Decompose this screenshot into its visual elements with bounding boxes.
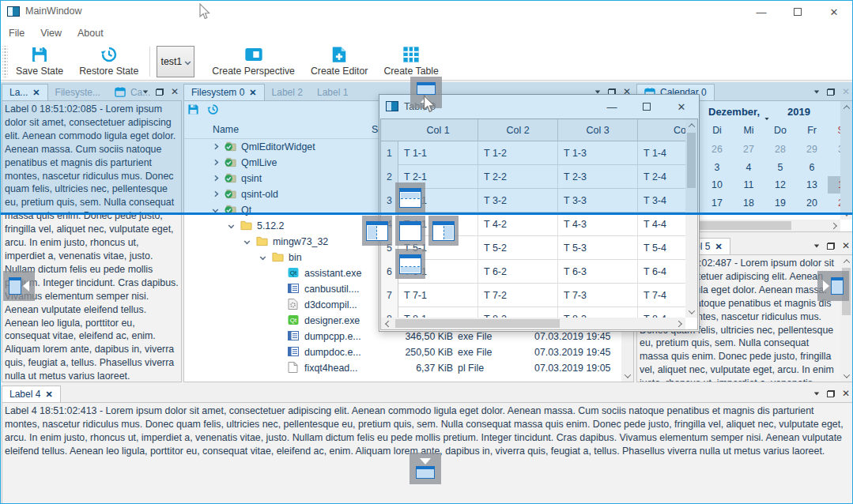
maximize-button[interactable] — [629, 95, 664, 118]
calendar-date[interactable]: 27 — [733, 141, 764, 158]
tab-menu-icon[interactable] — [595, 90, 600, 93]
expander-down-icon[interactable] — [260, 254, 266, 261]
calendar-date[interactable]: 12 — [764, 176, 796, 194]
calendar-date[interactable]: 13 — [796, 176, 828, 194]
row-number[interactable]: 1 — [381, 141, 398, 165]
tab-label-1[interactable]: Label 1 — [310, 84, 355, 100]
maximize-button[interactable] — [779, 1, 816, 23]
tab-menu-icon[interactable] — [814, 392, 819, 395]
save-state-button[interactable]: Save State — [8, 44, 71, 79]
tab-label-2[interactable]: Label 2 — [265, 84, 310, 100]
drop-left-indicator[interactable] — [362, 216, 392, 246]
row-number[interactable]: 8 — [381, 307, 398, 318]
table-cell[interactable]: T 3-2 — [478, 189, 558, 213]
calendar-date[interactable]: 29 — [796, 141, 828, 158]
table-cell[interactable]: T 6-3 — [558, 260, 638, 284]
table-col-header[interactable]: Col 1 — [398, 119, 478, 141]
expander-right-icon[interactable] — [213, 175, 219, 182]
calendar-vscrollbar[interactable] — [840, 101, 852, 220]
toolbar-drag-handle[interactable] — [2, 46, 8, 77]
close-button[interactable]: ✕ — [664, 95, 699, 118]
table-col-header[interactable]: Col 3 — [558, 119, 638, 141]
table-cell[interactable]: T 5-4 — [638, 236, 685, 260]
expander-down-icon[interactable] — [213, 207, 219, 213]
table-cell[interactable]: T 4-3 — [558, 213, 638, 236]
close-button[interactable]: ✕ — [816, 1, 852, 23]
tab-menu-icon[interactable] — [814, 90, 819, 93]
table-cell[interactable]: T 8-3 — [558, 307, 638, 318]
float-icon[interactable] — [827, 390, 835, 397]
calendar-date[interactable]: 20 — [796, 194, 828, 212]
table-hscrollbar[interactable] — [381, 318, 685, 329]
table-cell[interactable]: T 1-4 — [638, 141, 685, 165]
month-dropdown-icon[interactable] — [764, 118, 768, 120]
table-cell[interactable]: T 7-4 — [638, 284, 685, 307]
calendar-date[interactable]: 18 — [733, 194, 764, 212]
menu-item-view[interactable]: View — [32, 24, 70, 42]
drop-right-edge-indicator[interactable] — [817, 271, 849, 301]
close-icon[interactable]: ✕ — [842, 240, 850, 251]
tab-close-icon[interactable]: ✕ — [715, 242, 722, 252]
calendar-year[interactable]: 2019 — [787, 106, 810, 118]
drop-bottom-edge-indicator[interactable] — [410, 453, 441, 484]
tab-menu-icon[interactable] — [814, 244, 819, 247]
calendar-date[interactable]: 19 — [764, 194, 796, 212]
table-cell[interactable]: T 7-3 — [558, 284, 638, 307]
drop-left-edge-indicator[interactable] — [3, 271, 35, 301]
drop-center-indicator[interactable] — [395, 216, 425, 246]
create-perspective-button[interactable]: Create Perspective — [204, 44, 303, 79]
table-cell[interactable]: T 5-3 — [558, 236, 638, 260]
calendar-month[interactable]: Dezember, — [708, 106, 760, 118]
drop-bottom-indicator[interactable] — [395, 249, 425, 279]
table-cell[interactable]: T 2-4 — [638, 165, 685, 189]
tab-close-icon[interactable]: ✕ — [45, 389, 52, 400]
menu-item-about[interactable]: About — [70, 24, 111, 42]
table-cell[interactable]: T 8-4 — [638, 307, 685, 318]
tab-label-4[interactable]: Label 4✕ — [2, 386, 61, 402]
table-cell[interactable]: T 2-3 — [558, 165, 638, 189]
table-cell[interactable]: T 7-1 — [398, 284, 478, 307]
float-icon[interactable] — [156, 88, 164, 96]
table-cell[interactable]: T 3-4 — [638, 189, 685, 213]
table-cell[interactable]: T 5-2 — [478, 236, 558, 260]
drop-right-indicator[interactable] — [428, 216, 459, 246]
calendar-date[interactable]: 26 — [701, 141, 733, 158]
restore-state-button[interactable]: Restore State — [71, 44, 146, 79]
tab-filesyste-[interactable]: Filesyste... — [48, 84, 108, 100]
calendar-date[interactable]: 5 — [764, 159, 796, 176]
tree-row[interactable]: fixqt4head...6,37 KiBpl File07.03.2019 1… — [184, 360, 621, 376]
close-icon[interactable]: ✕ — [171, 86, 179, 97]
tab-la-[interactable]: La...✕ — [2, 84, 48, 100]
expander-right-icon[interactable] — [213, 191, 219, 197]
calendar-date[interactable]: 11 — [733, 176, 764, 194]
tab-close-icon[interactable]: ✕ — [249, 88, 256, 98]
tab-menu-icon[interactable] — [143, 90, 148, 93]
save-icon[interactable] — [187, 103, 199, 115]
table-cell[interactable]: T 8-2 — [478, 307, 558, 318]
minimize-button[interactable]: — — [594, 95, 629, 118]
expander-right-icon[interactable] — [213, 160, 219, 166]
calendar-date[interactable]: 6 — [796, 159, 828, 176]
title-bar[interactable]: MainWindow — ✕ — [1, 1, 852, 23]
expander-right-icon[interactable] — [213, 144, 219, 150]
row-number[interactable]: 7 — [381, 284, 398, 307]
float-icon[interactable] — [827, 88, 835, 96]
expander-down-icon[interactable] — [244, 239, 251, 245]
float-icon[interactable] — [827, 243, 835, 250]
table-cell[interactable]: T 1-1 — [398, 141, 478, 165]
table-cell[interactable]: T 2-2 — [478, 165, 558, 189]
calendar-date[interactable]: 28 — [764, 141, 796, 158]
table-cell[interactable]: T 7-2 — [478, 284, 558, 307]
minimize-button[interactable]: — — [743, 1, 779, 23]
drop-top-indicator[interactable] — [395, 182, 425, 213]
table-cell[interactable]: T 4-2 — [478, 213, 558, 236]
restore-icon[interactable] — [207, 103, 219, 115]
table-col-header[interactable]: Col 2 — [478, 119, 558, 141]
table-cell[interactable]: T 3-3 — [558, 189, 638, 213]
table-cell[interactable]: T 6-2 — [478, 260, 558, 284]
tab-close-icon[interactable]: ✕ — [32, 88, 40, 98]
tree-row[interactable]: dumpdoc.e...250,50 KiBexe File07.03.2019… — [184, 344, 621, 360]
table-cell[interactable]: T 8-1 — [398, 307, 478, 318]
perspective-combo[interactable]: test1 — [157, 46, 194, 77]
tab-filesystem-0[interactable]: Filesystem 0✕ — [183, 84, 265, 100]
